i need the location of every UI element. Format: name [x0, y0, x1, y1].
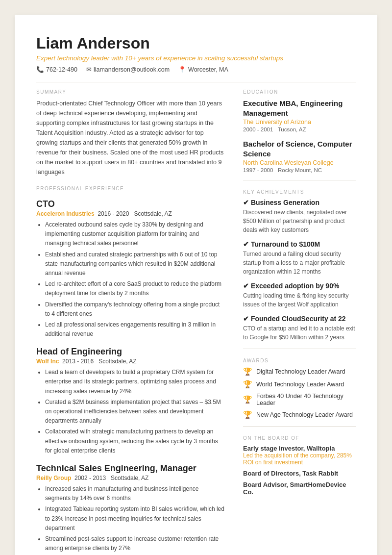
edu-meta-bs: 1997 - 2000 Rocky Mount, NC [243, 167, 356, 173]
location-text: Worcester, MA [188, 66, 228, 73]
achievement-text-turnaround: Turned around a failing cloud security s… [243, 250, 356, 276]
award-world: 🏆 World Technology Leader Award [243, 380, 356, 389]
awards-label: AWARDS [243, 358, 356, 363]
right-column: EDUCATION Executive MBA, Engineering Man… [243, 89, 356, 555]
board-title-taskrabbit: Board of Directors, Task Rabbit [243, 470, 356, 477]
bullets-hoe: Lead a team of developers to build a pro… [36, 368, 225, 455]
job-title-cto: CTO [36, 199, 225, 209]
left-column: SUMMARY Product-orientated Chief Technol… [36, 89, 225, 555]
experience-label: PROFESSIONAL EXPERIENCE [36, 186, 225, 191]
email-address: liamanderson@outlook.com [94, 66, 170, 73]
bullet-item: Collaborated with strategic manufacturin… [45, 427, 225, 455]
header-divider [36, 82, 356, 82]
trophy-icon: 🏆 [243, 380, 252, 389]
contact-info: 📞 762-12-490 ✉ liamanderson@outlook.com … [36, 66, 356, 73]
award-text-newage: New Age Technology Leader Award [256, 411, 353, 418]
award-digital: 🏆 Digital Technology Leader Award [243, 367, 356, 376]
phone-icon: 📞 [36, 66, 44, 73]
achievement-adoption: ✔ Exceeded adoption by 90% Cutting loadi… [243, 282, 356, 309]
achievement-turnaround: ✔ Turnaround to $100M Turned around a fa… [243, 240, 356, 276]
board-title-smarthome: Board Advisor, SmartHomeDevice Co. [243, 481, 356, 496]
header: Liam Anderson Expert technology leader w… [36, 34, 356, 73]
company-reilly: Reilly Group [36, 475, 71, 481]
resume-container: Liam Anderson Expert technology leader w… [15, 15, 377, 555]
summary-label: SUMMARY [36, 89, 225, 95]
company-wolf: Wolf Inc [36, 358, 59, 365]
achievements-divider [243, 349, 356, 349]
job-meta-hoe: Wolf Inc 2013 - 2016 Scottsdale, AZ [36, 358, 225, 365]
achievement-title-adoption: ✔ Exceeded adoption by 90% [243, 282, 356, 290]
board-highlight-walltopia: Led the acquisition of the company, 285%… [243, 452, 356, 466]
bullet-item: Led re-architect effort of a core SaaS p… [45, 279, 225, 298]
job-title-tsm: Technical Sales Engineering, Manager [36, 463, 225, 474]
location-icon: 📍 [178, 66, 186, 73]
bullet-item: Led all professional services engagement… [45, 320, 225, 339]
board-walltopia: Early stage investor, Walltopia Led the … [243, 445, 356, 466]
edu-entry-bs: Bachelor of Science, Computer Science No… [243, 139, 356, 173]
location-item: 📍 Worcester, MA [178, 66, 228, 73]
board-label: ON THE BOARD OF [243, 435, 356, 441]
board-smarthome: Board Advisor, SmartHomeDevice Co. [243, 481, 356, 496]
trophy-icon: 🏆 [243, 395, 252, 404]
main-content: SUMMARY Product-orientated Chief Technol… [36, 89, 356, 555]
trophy-icon: 🏆 [243, 410, 252, 419]
edu-entry-mba: Executive MBA, Engineering Management Th… [243, 99, 356, 132]
edu-degree-mba: Executive MBA, Engineering Management [243, 99, 356, 118]
bullet-item: Diversified the company's technology off… [45, 300, 225, 319]
email-icon: ✉ [86, 66, 92, 73]
summary-text: Product-orientated Chief Technology Offi… [36, 99, 225, 177]
candidate-subtitle: Expert technology leader with 10+ years … [36, 54, 356, 62]
achievement-text-business: Discovered new clients, negotiated over … [243, 208, 356, 234]
board-taskrabbit: Board of Directors, Task Rabbit [243, 470, 356, 477]
bullet-item: Increased sales in manufacturing and bus… [45, 484, 225, 503]
job-meta-cto: Acceleron Industries 2016 - 2020 Scottsd… [36, 210, 225, 217]
bullet-item: Established and curated strategic partne… [45, 250, 225, 278]
award-text-digital: Digital Technology Leader Award [256, 368, 345, 375]
email-item: ✉ liamanderson@outlook.com [86, 66, 170, 73]
bullet-item: Integrated Tableau reporting system into… [45, 505, 225, 533]
bullet-item: Accelerated outbound sales cycle by 330%… [45, 220, 225, 249]
education-divider [243, 180, 356, 180]
achievement-title-turnaround: ✔ Turnaround to $100M [243, 240, 356, 248]
phone-number: 762-12-490 [46, 66, 77, 73]
job-meta-tsm: Reilly Group 2002 - 2013 Scottsdale, AZ [36, 475, 225, 481]
bullet-item: Curated a $2M business implementation pr… [45, 398, 225, 426]
achievement-text-cloud: CTO of a startup and led it to a notable… [243, 324, 356, 342]
education-label: EDUCATION [243, 89, 356, 95]
edu-degree-bs: Bachelor of Science, Computer Science [243, 139, 356, 158]
achievement-cloud: ✔ Founded CloudSecurity at 22 CTO of a s… [243, 315, 356, 342]
edu-school-mba: The University of Arizona [243, 119, 356, 126]
award-newage: 🏆 New Age Technology Leader Award [243, 410, 356, 419]
company-acceleron: Acceleron Industries [36, 210, 95, 217]
edu-meta-mba: 2000 - 2001 Tucson, AZ [243, 126, 356, 132]
bullet-item: Streamlined post-sales support to increa… [45, 534, 225, 553]
trophy-icon: 🏆 [243, 367, 252, 376]
achievement-title-cloud: ✔ Founded CloudSecurity at 22 [243, 315, 356, 323]
achievement-text-adoption: Cutting loading time & fixing key securi… [243, 291, 356, 309]
board-title-walltopia: Early stage investor, Walltopia [243, 445, 356, 452]
job-title-hoe: Head of Engineering [36, 347, 225, 357]
achievements-label: KEY ACHIEVEMENTS [243, 189, 356, 195]
edu-school-bs: North Carolina Wesleyan College [243, 159, 356, 166]
awards-divider [243, 426, 356, 427]
award-text-world: World Technology Leader Award [256, 381, 344, 388]
achievement-title-business: ✔ Business Generation [243, 199, 356, 206]
bullet-item: Lead a team of developers to build a pro… [45, 368, 225, 396]
bullets-tsm: Increased sales in manufacturing and bus… [36, 484, 225, 553]
award-text-forbes: Forbes 40 Under 40 Technology Leader [256, 393, 356, 406]
award-forbes: 🏆 Forbes 40 Under 40 Technology Leader [243, 393, 356, 406]
bullets-cto: Accelerated outbound sales cycle by 330%… [36, 220, 225, 339]
achievement-business: ✔ Business Generation Discovered new cli… [243, 199, 356, 234]
candidate-name: Liam Anderson [36, 34, 356, 52]
phone-item: 📞 762-12-490 [36, 66, 77, 73]
